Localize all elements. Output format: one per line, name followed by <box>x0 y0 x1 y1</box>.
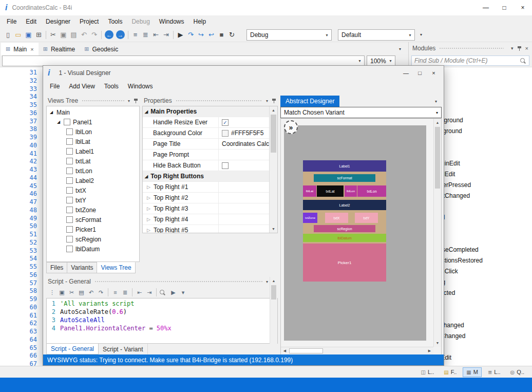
tree-row[interactable]: scFormat <box>47 215 139 225</box>
tab-files[interactable]: Files <box>46 262 67 273</box>
tree-row[interactable]: txtY <box>47 195 139 205</box>
tab-list-chevron-icon[interactable]: ▾ <box>399 47 401 51</box>
tree-expander-icon[interactable]: ◢ <box>56 120 61 124</box>
modules-button[interactable]: ▦M <box>463 367 482 377</box>
checkbox-unchecked[interactable] <box>64 119 70 125</box>
pin-icon[interactable] <box>272 98 276 104</box>
indent-icon[interactable]: ⇥ <box>161 30 171 40</box>
variant-toolbar-combo[interactable]: Default ▾ <box>338 29 415 41</box>
pin-icon[interactable] <box>134 98 138 104</box>
menu-debug[interactable]: Debug <box>127 16 154 27</box>
chevron-down-icon[interactable]: ▾ <box>356 57 364 65</box>
expand-icon[interactable]: ▷ <box>147 184 150 190</box>
scrollbar-thumb[interactable] <box>271 285 276 300</box>
match-variant-combo[interactable]: Match Chosen Variant ▾ <box>280 107 442 118</box>
uncomment-icon[interactable]: ≣ <box>121 288 129 297</box>
toolbar-overflow-icon[interactable]: ▾ <box>420 32 422 37</box>
redo-icon[interactable]: ↷ <box>97 288 105 297</box>
step-out-icon[interactable]: ↩ <box>206 30 216 40</box>
nav-forward-icon[interactable]: → <box>116 30 125 39</box>
pin-icon[interactable] <box>517 46 522 51</box>
run-icon[interactable]: ▶ <box>176 30 185 40</box>
checkbox-unchecked[interactable] <box>66 138 73 145</box>
designer-view-txty[interactable]: txtY <box>355 213 378 223</box>
code-line[interactable]: 1'All variants script <box>47 300 277 308</box>
scrollbar-thumb[interactable] <box>271 115 276 153</box>
canvas-vertical-scrollbar[interactable]: ▲ ▼ <box>433 119 441 347</box>
paste-icon[interactable]: ▤ <box>77 288 86 297</box>
checkbox-unchecked[interactable] <box>66 148 73 155</box>
menu-windows[interactable]: Windows <box>155 16 189 27</box>
expand-views-button[interactable]: » <box>284 120 298 134</box>
property-value[interactable]: ✓ <box>219 117 277 127</box>
tree-row[interactable]: scRegion <box>47 234 139 244</box>
undo-icon[interactable]: ↶ <box>79 30 89 40</box>
tree-row[interactable]: lblLat <box>47 137 139 146</box>
mockup-panel[interactable]: Label1scFormatlblLattxtLatlblLontxtLonLa… <box>303 160 386 282</box>
tab-script-variant[interactable]: Script - Variant <box>99 344 147 354</box>
tree-row[interactable]: Label2 <box>47 176 139 185</box>
chevron-down-icon[interactable]: ▾ <box>387 57 394 65</box>
property-value[interactable] <box>219 150 277 160</box>
outdent-icon[interactable]: ⇤ <box>151 30 161 40</box>
expand-icon[interactable]: ▷ <box>147 217 150 222</box>
designer-menu-add-view[interactable]: Add View <box>64 81 99 91</box>
property-value[interactable] <box>219 182 277 192</box>
build-configuration-combo[interactable]: Debug ▾ <box>246 29 332 41</box>
tree-row[interactable]: txtLat <box>47 156 139 166</box>
designer-view-txtlon[interactable]: txtLon <box>357 185 386 197</box>
property-value[interactable] <box>219 214 277 225</box>
designer-menu-windows[interactable]: Windows <box>123 81 158 91</box>
designer-view-txtzone[interactable]: txtZone <box>303 213 317 223</box>
tree-row[interactable]: txtX <box>47 185 139 195</box>
quick-search-button[interactable]: ◎Q.. <box>507 367 528 377</box>
copy-icon[interactable]: ▣ <box>59 30 68 40</box>
designer-view-lbldatum[interactable]: lblDatum <box>303 234 386 242</box>
chevron-down-icon[interactable]: ▾ <box>435 99 437 104</box>
designer-view-scformat[interactable]: scFormat <box>314 174 375 182</box>
outdent-icon[interactable]: ⇤ <box>135 288 144 297</box>
checkbox-unchecked[interactable] <box>66 128 73 135</box>
new-project-icon[interactable]: ▯ <box>3 30 13 40</box>
menu-tools[interactable]: Tools <box>103 16 127 27</box>
cut-icon[interactable]: ✂ <box>48 30 58 40</box>
script-code-editor[interactable]: 1'All variants script2AutoScaleRate(0.6)… <box>46 298 278 344</box>
code-line[interactable]: 4Panel1.HorizontalCenter = 50%x <box>47 324 277 332</box>
close-button[interactable]: × <box>427 70 441 76</box>
save-icon[interactable]: ▣ <box>24 30 33 40</box>
expand-icon[interactable]: ▷ <box>147 206 150 211</box>
checkbox-unchecked[interactable] <box>66 226 73 233</box>
open-project-icon[interactable]: ▭ <box>13 30 23 40</box>
canvas-horizontal-scrollbar[interactable]: ◀ ▶ <box>281 347 433 354</box>
cut-icon[interactable]: ✂ <box>67 288 76 297</box>
tab-geodesic[interactable]: ⊞Geodesic <box>80 43 123 55</box>
stop-icon[interactable]: ■ <box>217 30 226 40</box>
scroll-right-icon[interactable]: ▶ <box>426 347 433 354</box>
tree-row[interactable]: txtZone <box>47 205 139 215</box>
redo-icon[interactable]: ↷ <box>89 30 99 40</box>
designer-view-txtx[interactable]: txtX <box>325 213 348 223</box>
layout-toggle-button[interactable]: ◫L.. <box>417 367 438 377</box>
scroll-up-icon[interactable]: ▲ <box>270 106 277 114</box>
tree-row[interactable]: txtLon <box>47 166 139 176</box>
tree-row[interactable]: lblDatum <box>47 244 139 254</box>
jump-to-sub-combo[interactable]: ▾ <box>2 55 365 66</box>
checkbox-unchecked[interactable] <box>66 246 73 252</box>
search-icon[interactable] <box>520 58 526 64</box>
scroll-down-icon[interactable]: ▼ <box>270 225 277 233</box>
drag-handle-icon[interactable]: ⋮ <box>48 288 56 297</box>
designer-view-txtlat[interactable]: txtLat <box>317 185 344 197</box>
files-manager-button[interactable]: ▤F.. <box>440 367 460 377</box>
designer-view-lbllat[interactable]: lblLat <box>303 185 316 197</box>
search-icon[interactable] <box>159 288 168 297</box>
script-scrollbar[interactable]: ▲ ▼ <box>270 277 277 354</box>
find-sub-module-input[interactable] <box>412 57 520 64</box>
chevron-down-icon[interactable]: ▾ <box>266 99 268 103</box>
designer-view-picker1[interactable]: Picker1 <box>303 244 386 282</box>
code-line[interactable]: 3AutoScaleAll <box>47 316 277 324</box>
zoom-combo[interactable]: 100% ▾ <box>367 55 395 66</box>
menu-project[interactable]: Project <box>75 16 103 27</box>
designer-menu-file[interactable]: File <box>45 81 64 91</box>
indent-icon[interactable]: ⇥ <box>145 288 154 297</box>
maximize-button[interactable]: □ <box>413 70 427 76</box>
